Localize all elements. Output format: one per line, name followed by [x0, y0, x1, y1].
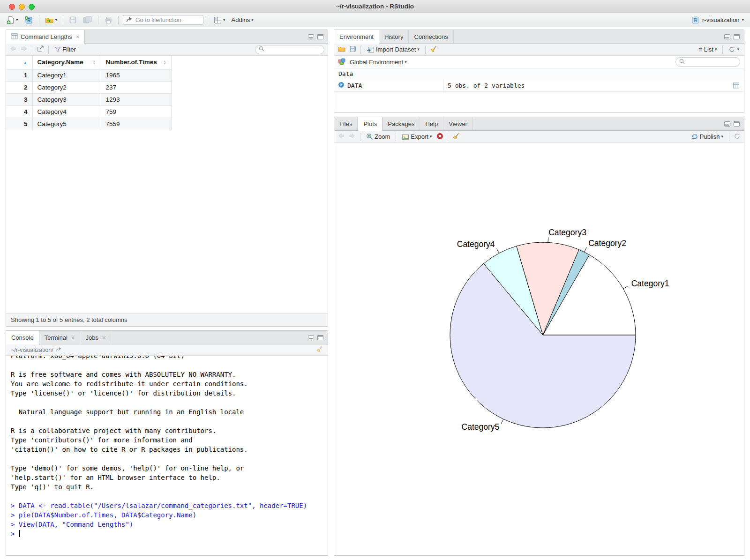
new-project-button[interactable]: R	[23, 15, 35, 25]
tab-console[interactable]: Console	[6, 331, 39, 344]
data-table: ▲ Category.Name ▲▼ Number.of.Times ▲▼	[6, 56, 172, 130]
chevron-down-icon: ▾	[417, 47, 420, 52]
console-line: > View(DATA, "Command Lengths")	[11, 520, 328, 529]
new-document-icon	[6, 16, 15, 24]
tab-jobs[interactable]: Jobs×	[80, 331, 111, 344]
console-line: Natural language support but running in …	[11, 407, 328, 417]
open-in-new-window-icon[interactable]	[37, 45, 44, 53]
row-number-header[interactable]: ▲	[6, 56, 32, 69]
table-row[interactable]: 3Category31293	[6, 93, 171, 105]
maximize-pane-icon[interactable]	[734, 121, 740, 127]
table-row[interactable]: 5Category57559	[6, 118, 171, 130]
open-file-button[interactable]: ▾	[44, 15, 59, 25]
minimize-pane-icon[interactable]	[724, 121, 730, 127]
view-object-icon[interactable]	[728, 82, 744, 89]
goto-file-function-box[interactable]	[123, 15, 203, 25]
maximize-pane-icon[interactable]	[734, 34, 740, 39]
maximize-pane-icon[interactable]	[317, 335, 323, 340]
minimize-pane-icon[interactable]	[308, 34, 314, 39]
table-row[interactable]: 2Category2237	[6, 81, 171, 93]
clear-console-icon[interactable]	[316, 346, 323, 354]
clear-environment-icon[interactable]	[430, 45, 437, 54]
console-line: Type 'q()' to quit R.	[11, 482, 328, 492]
console-output[interactable]: Platform: x86_64-apple-darwin15.6.0 (64-…	[6, 356, 328, 555]
new-file-button[interactable]: ▾	[5, 15, 20, 25]
save-all-button[interactable]	[82, 15, 94, 25]
close-icon[interactable]: ×	[102, 334, 106, 341]
refresh-plot-icon[interactable]	[734, 133, 741, 141]
row-number: 5	[6, 118, 32, 130]
column-header-number-of-times[interactable]: Number.of.Times ▲▼	[101, 56, 171, 69]
clear-plots-icon[interactable]	[452, 133, 460, 141]
chevron-down-icon: ▾	[223, 18, 225, 22]
previous-plot-icon[interactable]	[338, 133, 345, 141]
load-workspace-icon[interactable]	[338, 45, 346, 54]
print-button[interactable]	[103, 15, 114, 25]
environment-view-mode-button[interactable]: ≡ List ▾	[697, 45, 719, 54]
filter-button[interactable]: Filter	[53, 45, 77, 54]
save-button[interactable]	[68, 15, 78, 25]
remove-plot-icon[interactable]	[436, 133, 443, 141]
environment-search-input[interactable]	[687, 58, 736, 66]
next-plot-icon[interactable]	[348, 133, 356, 141]
zoom-window-button[interactable]	[29, 4, 35, 10]
goto-file-function-input[interactable]	[135, 16, 200, 24]
forward-icon[interactable]	[20, 45, 28, 53]
tab-plots[interactable]: Plots	[358, 117, 382, 131]
chevron-down-icon: ▾	[715, 47, 717, 52]
goto-directory-icon[interactable]	[56, 347, 62, 353]
toolbar-separator	[63, 16, 63, 24]
tab-viewer[interactable]: Viewer	[443, 117, 473, 130]
expand-object-icon[interactable]	[338, 82, 345, 90]
minimize-window-button[interactable]	[19, 4, 25, 10]
tab-environment[interactable]: Environment	[334, 30, 379, 44]
environment-object-row[interactable]: DATA 5 obs. of 2 variables	[334, 79, 744, 92]
refresh-environment-button[interactable]: ▾	[727, 45, 741, 54]
publish-plot-button[interactable]: Publish ▾	[690, 132, 725, 141]
tab-packages[interactable]: Packages	[382, 117, 420, 130]
table-row[interactable]: 4Category4759	[6, 105, 171, 118]
save-workspace-icon[interactable]	[349, 45, 356, 54]
maximize-pane-icon[interactable]	[317, 34, 323, 39]
pane-window-buttons	[308, 30, 328, 43]
console-line: Type 'license()' or 'licence()' for dist…	[11, 388, 328, 398]
environment-search[interactable]	[675, 57, 740, 67]
list-icon: ≡	[698, 45, 703, 53]
environment-scope-row: Global Environment ▾	[334, 56, 744, 68]
working-dir-label: ~/r-visualization/	[11, 347, 53, 353]
close-window-button[interactable]	[9, 4, 15, 10]
import-dataset-button[interactable]: Import Dataset ▾	[365, 45, 421, 54]
pane-layout-button[interactable]: ▾	[212, 15, 227, 25]
project-menu-button[interactable]: R r-visualization ▾	[690, 15, 745, 25]
tab-connections[interactable]: Connections	[409, 30, 453, 43]
printer-icon	[104, 16, 112, 24]
addins-button[interactable]: Addins ▾	[230, 15, 255, 24]
cell-number-of-times: 7559	[101, 118, 171, 130]
console-line: R is a collaborative project with many c…	[11, 426, 328, 435]
tab-history[interactable]: History	[379, 30, 409, 43]
console-line	[11, 417, 328, 426]
back-icon[interactable]	[9, 45, 17, 53]
minimize-pane-icon[interactable]	[724, 34, 730, 39]
addins-label: Addins	[232, 16, 250, 23]
data-viewer-search[interactable]	[255, 45, 324, 54]
close-icon[interactable]: ×	[71, 334, 75, 341]
svg-text:R: R	[694, 18, 698, 23]
data-viewer-search-input[interactable]	[266, 46, 321, 53]
zoom-plot-button[interactable]: Zoom	[365, 132, 391, 141]
environment-scope-button[interactable]: Global Environment ▾	[348, 58, 408, 67]
minimize-pane-icon[interactable]	[308, 335, 314, 340]
close-icon[interactable]: ×	[76, 33, 80, 40]
tab-command-lengths[interactable]: Command Lengths ×	[6, 30, 85, 44]
export-plot-button[interactable]: Export ▾	[400, 132, 433, 141]
tab-help[interactable]: Help	[420, 117, 443, 130]
console-prompt[interactable]: >	[11, 529, 328, 538]
table-row[interactable]: 1Category11965	[6, 69, 171, 81]
search-icon	[259, 46, 264, 53]
console-line: R is free software and comes with ABSOLU…	[11, 370, 328, 379]
column-header-category-name[interactable]: Category.Name ▲▼	[32, 56, 101, 69]
cell-category-name: Category4	[32, 105, 101, 118]
tab-terminal[interactable]: Terminal×	[39, 331, 81, 344]
pie-label-Category5: Category5	[462, 422, 500, 432]
tab-files[interactable]: Files	[334, 117, 358, 130]
